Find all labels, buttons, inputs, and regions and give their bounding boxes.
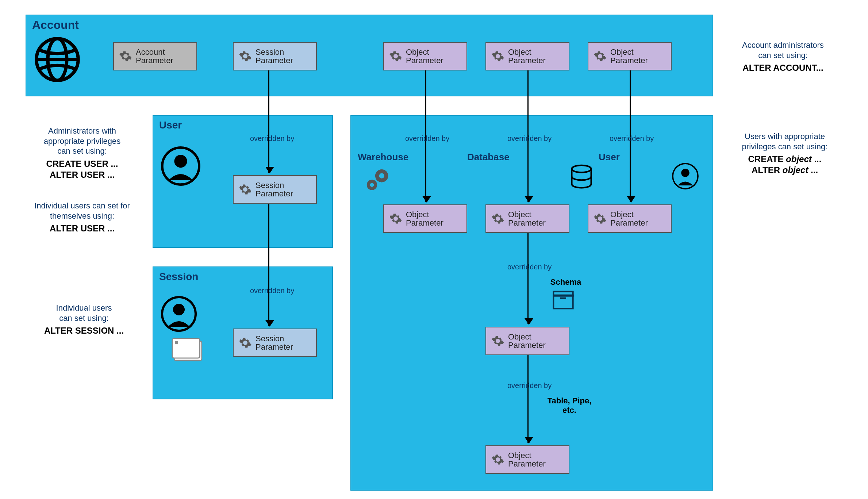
svg-rect-18 bbox=[553, 292, 573, 296]
gear-icon bbox=[491, 50, 504, 63]
schema-title: Schema bbox=[544, 277, 588, 287]
overridden-label: overridden by bbox=[250, 134, 294, 143]
schema-icon bbox=[550, 289, 576, 311]
gear-icon bbox=[594, 212, 607, 225]
gears-icon bbox=[361, 166, 394, 195]
session-parameter-account: Session Parameter bbox=[233, 42, 317, 70]
user-title: User bbox=[159, 119, 182, 131]
side-admin: Administrators with appropriate privileg… bbox=[22, 126, 142, 180]
gear-icon bbox=[119, 50, 132, 63]
param-label: Object Parameter bbox=[610, 48, 648, 65]
param-label: Object Parameter bbox=[406, 48, 443, 65]
user-icon bbox=[672, 162, 699, 190]
svg-point-4 bbox=[174, 155, 187, 168]
overridden-label: overridden by bbox=[507, 134, 552, 143]
side-cmd: CREATE object ... ALTER object ... bbox=[719, 154, 850, 176]
object-parameter-database: Object Parameter bbox=[485, 204, 569, 233]
param-label: Object Parameter bbox=[508, 48, 546, 65]
side-cmd: CREATE USER ... ALTER USER ... bbox=[22, 158, 142, 180]
gear-icon bbox=[594, 50, 607, 63]
param-label: Account Parameter bbox=[136, 48, 173, 65]
gear-icon bbox=[239, 50, 252, 63]
param-label: Object Parameter bbox=[508, 451, 546, 468]
gear-icon bbox=[389, 50, 402, 63]
side-text: Account administrators can set using: bbox=[719, 40, 847, 60]
param-label: Session Parameter bbox=[256, 48, 293, 65]
svg-point-13 bbox=[370, 183, 374, 187]
gear-icon bbox=[491, 334, 504, 348]
account-title: Account bbox=[32, 18, 79, 32]
object-parameter-account-3: Object Parameter bbox=[588, 42, 672, 70]
arrow bbox=[527, 233, 529, 324]
overridden-label: overridden by bbox=[405, 134, 449, 143]
globe-icon bbox=[34, 36, 81, 83]
warehouse-title: Warehouse bbox=[358, 151, 408, 163]
gear-icon bbox=[239, 183, 252, 196]
side-object: Users with appropriate privileges can se… bbox=[719, 131, 850, 176]
side-text: Individual users can set for themselves … bbox=[18, 201, 146, 221]
object-parameter-userobj: Object Parameter bbox=[588, 204, 672, 233]
side-cmd: ALTER ACCOUNT... bbox=[719, 62, 847, 73]
svg-point-16 bbox=[681, 169, 690, 177]
arrow bbox=[268, 70, 269, 173]
param-label: Object Parameter bbox=[508, 210, 546, 227]
param-label: Session Parameter bbox=[256, 181, 293, 198]
database-icon bbox=[569, 164, 594, 190]
user-icon bbox=[161, 296, 197, 332]
object-parameter-schema: Object Parameter bbox=[485, 327, 569, 355]
overridden-label: overridden by bbox=[610, 134, 654, 143]
side-text: Users with appropriate privileges can se… bbox=[719, 131, 850, 151]
param-label: Object Parameter bbox=[508, 333, 546, 349]
session-title: Session bbox=[159, 271, 198, 283]
param-label: Session Parameter bbox=[256, 334, 293, 351]
side-indiv-session: Individual users can set using: ALTER SE… bbox=[26, 303, 142, 336]
svg-point-12 bbox=[379, 173, 384, 179]
arrow bbox=[268, 204, 269, 326]
table-title: Table, Pipe, etc. bbox=[537, 396, 602, 415]
side-cmd: ALTER USER ... bbox=[18, 223, 146, 234]
svg-rect-9 bbox=[175, 341, 178, 344]
terminal-icon bbox=[172, 336, 204, 363]
overridden-label: overridden by bbox=[507, 381, 552, 390]
userobj-title: User bbox=[599, 151, 620, 163]
svg-rect-19 bbox=[560, 298, 566, 299]
gear-icon bbox=[491, 453, 504, 466]
object-parameter-table: Object Parameter bbox=[485, 445, 569, 474]
object-panel bbox=[350, 115, 713, 491]
svg-point-14 bbox=[572, 165, 591, 173]
side-text: Individual users can set using: bbox=[26, 303, 142, 323]
side-text: Administrators with appropriate privileg… bbox=[22, 126, 142, 156]
object-parameter-account-2: Object Parameter bbox=[485, 42, 569, 70]
side-indiv-user: Individual users can set for themselves … bbox=[18, 201, 146, 234]
database-title: Database bbox=[467, 151, 510, 163]
user-icon bbox=[161, 146, 201, 186]
object-parameter-account-1: Object Parameter bbox=[383, 42, 467, 70]
param-label: Object Parameter bbox=[610, 210, 648, 227]
arrow bbox=[527, 355, 529, 443]
session-parameter-user: Session Parameter bbox=[233, 175, 317, 204]
side-account: Account administrators can set using: AL… bbox=[719, 40, 847, 73]
gear-icon bbox=[491, 212, 504, 225]
session-parameter-session: Session Parameter bbox=[233, 329, 317, 357]
param-label: Object Parameter bbox=[406, 210, 443, 227]
gear-icon bbox=[389, 212, 402, 225]
side-cmd: ALTER SESSION ... bbox=[26, 325, 142, 336]
object-parameter-warehouse: Object Parameter bbox=[383, 204, 467, 233]
svg-point-6 bbox=[173, 304, 185, 315]
gear-icon bbox=[239, 336, 252, 349]
account-parameter: Account Parameter bbox=[113, 42, 197, 70]
svg-rect-17 bbox=[553, 295, 573, 309]
overridden-label: overridden by bbox=[507, 263, 552, 271]
overridden-label: overridden by bbox=[250, 287, 294, 295]
